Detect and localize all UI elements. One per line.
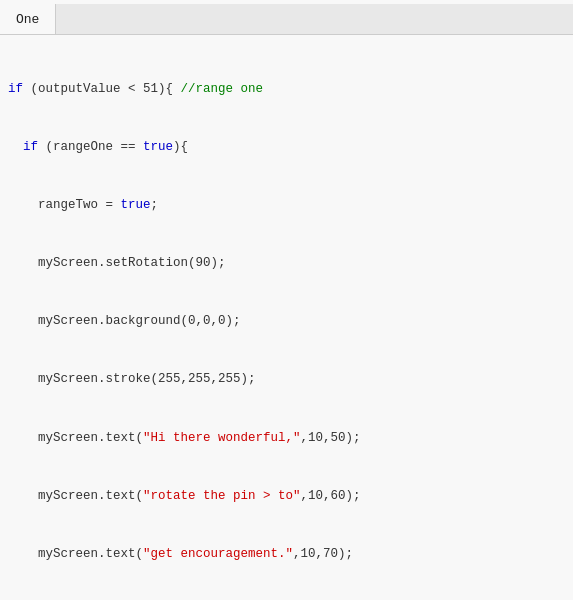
code-line: myScreen.stroke(255,255,255); — [8, 370, 565, 389]
code-line: rangeTwo = true; — [8, 196, 565, 215]
tab-bar: One — [0, 4, 573, 35]
tab-one[interactable]: One — [0, 4, 56, 34]
code-line: if (outputValue < 51){ //range one — [8, 80, 565, 99]
code-line: myScreen.text("Hi there wonderful,",10,5… — [8, 429, 565, 448]
code-line: myScreen.background(0,0,0); — [8, 312, 565, 331]
code-line: if (rangeOne == true){ — [8, 138, 565, 157]
code-body: if (outputValue < 51){ //range one if (r… — [0, 35, 573, 600]
code-line: myScreen.text("rotate the pin > to",10,6… — [8, 487, 565, 506]
code-container: One if (outputValue < 51){ //range one i… — [0, 0, 573, 600]
code-line: myScreen.setRotation(90); — [8, 254, 565, 273]
code-line: myScreen.text("get encouragement.",10,70… — [8, 545, 565, 564]
